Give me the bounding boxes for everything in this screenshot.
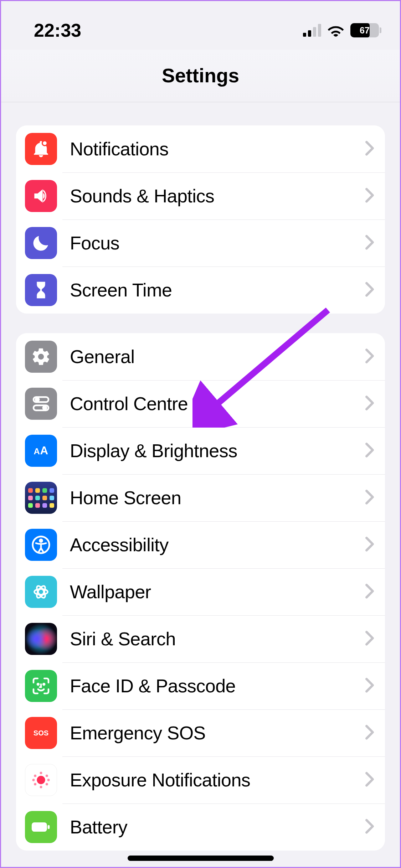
row-screen-time[interactable]: Screen Time: [16, 267, 385, 314]
svg-point-2: [36, 398, 39, 401]
row-label: Focus: [70, 232, 365, 254]
home-indicator[interactable]: [128, 856, 274, 861]
row-label: Home Screen: [70, 487, 365, 508]
svg-point-17: [34, 775, 36, 777]
row-label: Screen Time: [70, 279, 365, 301]
battery-level: 67: [350, 25, 379, 36]
chevron-right-icon: [365, 140, 374, 157]
row-label: Accessibility: [70, 534, 365, 556]
row-exposure-notifications[interactable]: Exposure Notifications: [16, 756, 385, 804]
chevron-right-icon: [365, 234, 374, 252]
svg-rect-26: [48, 825, 50, 829]
settings-group-1: Notifications Sounds & Haptics Focus Scr…: [16, 125, 385, 314]
svg-point-4: [43, 406, 46, 409]
status-time: 22:33: [34, 20, 81, 41]
chevron-right-icon: [365, 818, 374, 836]
svg-point-18: [46, 775, 48, 777]
row-face-id-passcode[interactable]: Face ID & Passcode: [16, 662, 385, 709]
wallpaper-icon: [25, 576, 57, 608]
wifi-icon: [327, 24, 345, 37]
svg-text:A: A: [40, 444, 48, 457]
row-battery[interactable]: Battery: [16, 804, 385, 851]
siri-icon: [25, 623, 57, 655]
row-focus[interactable]: Focus: [16, 219, 385, 267]
row-label: Sounds & Haptics: [70, 185, 365, 207]
row-label: Notifications: [70, 138, 365, 160]
focus-icon: [25, 227, 57, 259]
accessibility-icon: [25, 529, 57, 561]
svg-point-8: [40, 539, 42, 542]
nav-bar: Settings: [0, 50, 401, 102]
row-label: Battery: [70, 816, 365, 838]
row-wallpaper[interactable]: Wallpaper: [16, 568, 385, 615]
row-accessibility[interactable]: Accessibility: [16, 521, 385, 568]
svg-text:SOS: SOS: [34, 729, 49, 737]
display-icon: AA: [25, 435, 57, 467]
battery-icon: 67: [350, 23, 381, 37]
status-bar: 22:33 67: [0, 0, 401, 50]
svg-point-16: [37, 776, 45, 784]
chevron-right-icon: [365, 724, 374, 742]
row-control-centre[interactable]: Control Centre: [16, 380, 385, 427]
battery-settings-icon: [25, 811, 57, 843]
general-icon: [25, 341, 57, 373]
status-right: 67: [303, 23, 381, 37]
svg-point-20: [46, 783, 48, 785]
face-id-icon: [25, 670, 57, 702]
svg-point-24: [47, 779, 50, 781]
row-label: Display & Brightness: [70, 440, 365, 461]
row-notifications[interactable]: Notifications: [16, 125, 385, 172]
control-centre-icon: [25, 388, 57, 420]
row-label: Exposure Notifications: [70, 769, 365, 791]
svg-point-13: [37, 683, 39, 685]
notifications-icon: [25, 133, 57, 165]
chevron-right-icon: [365, 536, 374, 553]
chevron-right-icon: [365, 395, 374, 412]
row-general[interactable]: General: [16, 333, 385, 380]
svg-point-0: [42, 141, 47, 146]
chevron-right-icon: [365, 630, 374, 647]
row-emergency-sos[interactable]: SOS Emergency SOS: [16, 709, 385, 756]
chevron-right-icon: [365, 442, 374, 459]
page-title: Settings: [0, 64, 401, 87]
row-display-brightness[interactable]: AA Display & Brightness: [16, 427, 385, 474]
row-label: Face ID & Passcode: [70, 675, 365, 697]
row-sounds-haptics[interactable]: Sounds & Haptics: [16, 172, 385, 219]
row-label: Control Centre: [70, 393, 365, 414]
svg-point-21: [40, 772, 42, 774]
svg-point-19: [34, 783, 36, 785]
chevron-right-icon: [365, 583, 374, 600]
exposure-icon: [25, 764, 57, 796]
sos-icon: SOS: [25, 717, 57, 749]
chevron-right-icon: [365, 489, 374, 506]
chevron-right-icon: [365, 348, 374, 365]
row-label: Emergency SOS: [70, 722, 365, 744]
row-label: Siri & Search: [70, 628, 365, 650]
cellular-signal-icon: [303, 24, 321, 37]
sounds-icon: [25, 180, 57, 212]
row-label: Wallpaper: [70, 581, 365, 603]
row-label: General: [70, 346, 365, 367]
svg-rect-25: [32, 822, 47, 832]
svg-point-23: [32, 779, 35, 781]
chevron-right-icon: [365, 187, 374, 205]
row-siri-search[interactable]: Siri & Search: [16, 615, 385, 662]
screen-time-icon: [25, 274, 57, 306]
svg-point-14: [43, 683, 45, 685]
chevron-right-icon: [365, 677, 374, 694]
home-screen-icon: [25, 482, 57, 514]
chevron-right-icon: [365, 281, 374, 299]
settings-group-2: General Control Centre AA Display & Brig…: [16, 333, 385, 851]
svg-text:A: A: [34, 446, 40, 456]
row-home-screen[interactable]: Home Screen: [16, 474, 385, 521]
chevron-right-icon: [365, 771, 374, 789]
svg-point-22: [40, 786, 42, 788]
